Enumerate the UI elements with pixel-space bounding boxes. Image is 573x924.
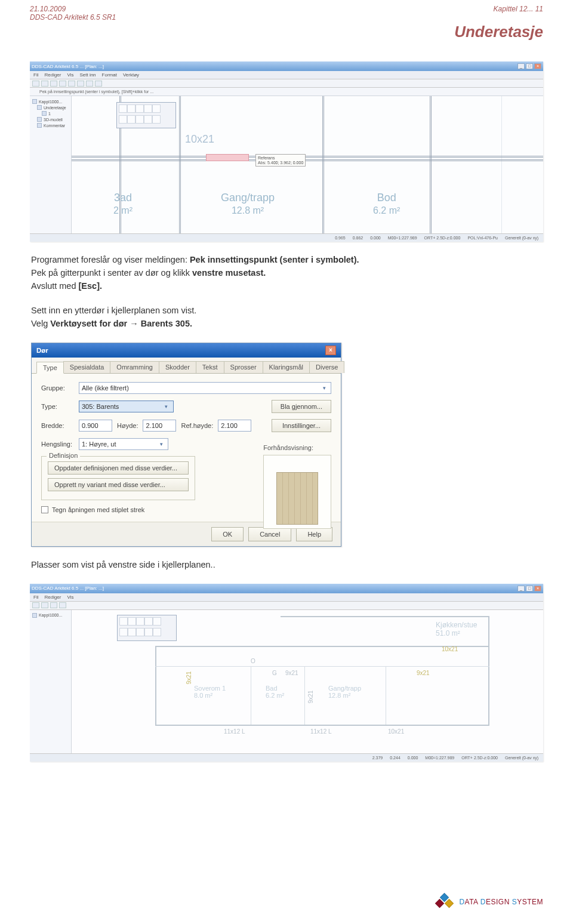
page-header: 21.10.2009 DDS-CAD Arkitekt 6.5 SR1 Kapi… <box>0 0 573 23</box>
tab-type[interactable]: Type <box>36 362 64 374</box>
palette-icon[interactable] <box>153 628 161 636</box>
settings-button[interactable]: Innstillinger... <box>272 419 331 432</box>
close-icon[interactable]: × <box>325 346 336 355</box>
toolbar-icon[interactable] <box>41 81 48 87</box>
max-icon[interactable]: □ <box>526 63 533 69</box>
menu-item[interactable]: Verktøy <box>123 72 139 78</box>
palette-icon[interactable] <box>136 617 144 626</box>
combo-value: Alle (ikke filtrert) <box>82 384 129 392</box>
palette-icon[interactable] <box>135 104 144 113</box>
hengsling-combo[interactable]: 1: Høyre, ut ▾ <box>79 438 168 450</box>
door-label-yellow: 9x21 <box>417 670 430 676</box>
min-icon[interactable]: _ <box>517 63 525 69</box>
menu-item[interactable]: Rediger <box>44 72 61 78</box>
gruppe-combo[interactable]: Alle (ikke filtrert) ▾ <box>79 382 331 394</box>
palette-icon[interactable] <box>128 617 136 626</box>
menu-item[interactable]: Format <box>102 72 117 78</box>
toolbar-icon[interactable] <box>41 602 48 608</box>
menu-item[interactable]: Sett inn <box>79 72 96 78</box>
new-variant-button[interactable]: Opprett ny variant med disse verdier... <box>48 478 189 491</box>
palette-icon[interactable] <box>135 115 144 124</box>
tab-spesialdata[interactable]: Spesialdata <box>63 361 111 373</box>
tree-label: Kappl1000... <box>39 100 62 104</box>
toolbar-icon[interactable] <box>59 81 66 87</box>
palette-icon[interactable] <box>136 628 144 636</box>
toolbar-icon[interactable] <box>50 602 57 608</box>
ok-button[interactable]: OK <box>211 527 244 541</box>
tree-item[interactable]: Underetasje <box>32 104 69 110</box>
toolbar-icon[interactable] <box>50 81 57 87</box>
menu-item[interactable]: Fil <box>33 595 38 600</box>
palette-icon[interactable] <box>127 104 135 113</box>
label-hengsling: Hengsling: <box>41 441 74 448</box>
tree-item[interactable]: Kappl1000... <box>32 98 69 104</box>
tree-item[interactable]: Kappl1000... <box>32 612 69 618</box>
palette-icon[interactable] <box>119 617 128 626</box>
bredde-input[interactable]: 0.900 <box>79 420 112 432</box>
palette-icon[interactable] <box>144 104 152 113</box>
text-bold: Verktøysett for dør → Barents 305. <box>50 319 192 328</box>
header-product: DDS-CAD Arkitekt 6.5 SR1 <box>30 13 116 21</box>
tree-item[interactable]: Kommentar <box>32 122 69 128</box>
close-icon[interactable]: × <box>534 586 541 592</box>
chevron-down-icon: ▾ <box>162 404 171 409</box>
palette-icon[interactable] <box>119 104 127 113</box>
tool-palette[interactable] <box>117 615 177 641</box>
toolbar-icon[interactable] <box>95 81 102 87</box>
tab-skodder[interactable]: Skodder <box>159 361 196 373</box>
palette-icon[interactable] <box>144 115 152 124</box>
min-icon[interactable]: _ <box>517 586 525 592</box>
cursor-tooltip: Referans Abs: 5.400; 3.962; 0.000 <box>255 154 306 167</box>
max-icon[interactable]: □ <box>526 586 533 592</box>
ref-input[interactable]: 2.100 <box>218 420 251 432</box>
tab-sprosser[interactable]: Sprosser <box>224 361 263 373</box>
page-icon <box>42 111 47 116</box>
status-pol: POL:Vxl-476-Pu <box>467 236 498 240</box>
toolbar-icon[interactable] <box>86 81 93 87</box>
app-canvas[interactable]: 10x21 Referans Abs: 5.400; 3.962; 0.000 … <box>72 96 543 233</box>
folder-icon <box>37 105 42 110</box>
tree-item[interactable]: 1 <box>32 110 69 116</box>
palette-icon[interactable] <box>152 104 161 113</box>
palette-icon[interactable] <box>127 115 135 124</box>
tool-palette[interactable] <box>116 102 176 128</box>
floorplan-canvas[interactable]: Kjøkken/stue 51.0 m² Soverom 1 8.0 m² Ba… <box>72 610 543 753</box>
palette-icon[interactable] <box>128 628 136 636</box>
toolbar-icon[interactable] <box>77 81 84 87</box>
fieldset-legend: Definisjon <box>47 452 80 459</box>
tab-klaring[interactable]: Klaringsmål <box>263 361 310 373</box>
palette-icon[interactable] <box>119 115 127 124</box>
paragraph-2: Sett inn en ytterdør i kjellerplanen som… <box>30 304 543 331</box>
palette-icon[interactable] <box>144 628 153 636</box>
titlebar-text: DDS-CAD Arkitekt 6.5 ... [Plan: ...] <box>32 64 104 69</box>
app-toolbar <box>30 79 543 88</box>
update-def-button[interactable]: Oppdater definisjonen med disse verdier.… <box>48 461 189 475</box>
tab-diverse[interactable]: Diverse <box>309 361 344 373</box>
door-label-gray-o: O <box>251 658 255 664</box>
type-combo[interactable]: 305: Barents ▾ <box>79 401 174 412</box>
palette-icon[interactable] <box>144 617 153 626</box>
toolbar-icon[interactable] <box>68 81 75 87</box>
palette-icon[interactable] <box>153 617 161 626</box>
tree-item[interactable]: 3D-modell <box>32 116 69 122</box>
close-icon[interactable]: × <box>534 63 541 69</box>
door-dialog: Dør × Type Spesialdata Omramming Skodder… <box>31 343 341 547</box>
help-button[interactable]: Help <box>296 527 332 541</box>
checkbox-icon[interactable] <box>41 506 48 513</box>
status-y: 0.862 <box>353 236 363 240</box>
toolbar-icon[interactable] <box>32 81 39 87</box>
menu-item[interactable]: Fil <box>33 72 38 78</box>
toolbar-icon[interactable] <box>59 602 66 608</box>
tab-tekst[interactable]: Tekst <box>196 361 224 373</box>
palette-icon[interactable] <box>152 115 161 124</box>
menu-item[interactable]: Rediger <box>44 595 61 600</box>
tab-omramming[interactable]: Omramming <box>110 361 159 373</box>
menu-item[interactable]: Vis <box>67 595 73 600</box>
cancel-button[interactable]: Cancel <box>248 527 291 541</box>
palette-icon[interactable] <box>119 628 128 636</box>
hoyde-input[interactable]: 2.100 <box>143 420 176 432</box>
browse-button[interactable]: Bla gjennom... <box>272 400 331 413</box>
menu-item[interactable]: Vis <box>67 72 73 78</box>
toolbar-icon[interactable] <box>32 602 39 608</box>
dialog-titlebar[interactable]: Dør × <box>32 343 341 358</box>
